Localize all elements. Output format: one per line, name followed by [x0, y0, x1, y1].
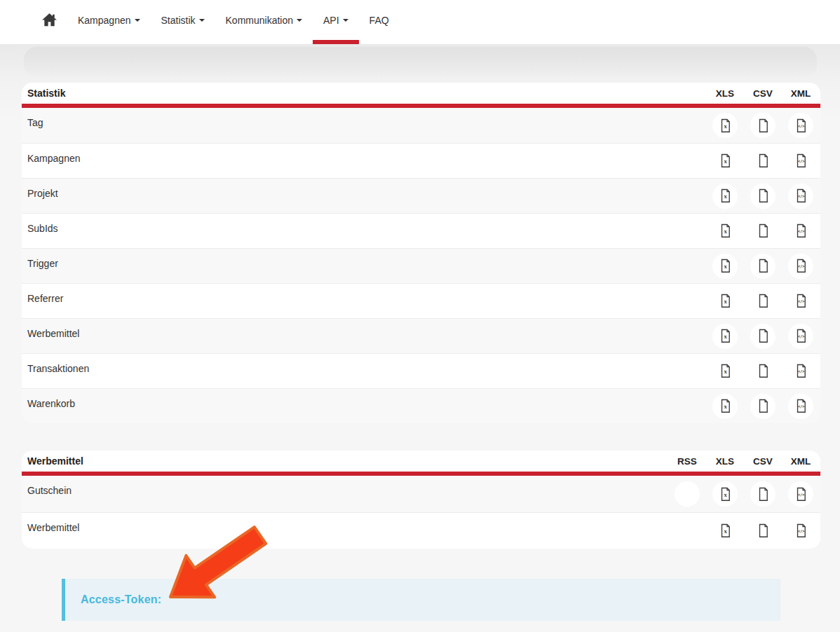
download-csv-button[interactable] [750, 324, 775, 349]
svg-text:</>: </> [797, 404, 805, 408]
download-xls-button[interactable]: x [712, 481, 738, 507]
download-xml-button[interactable]: </> [788, 359, 813, 384]
table-row: Kampagnenx</> [22, 143, 820, 178]
download-xml-button[interactable]: </> [788, 394, 813, 419]
nav-item-faq[interactable]: FAQ [359, 0, 400, 44]
nav-item-label: FAQ [370, 15, 389, 26]
table-row: Tagx</> [22, 108, 820, 143]
download-xml-button[interactable]: </> [788, 254, 813, 279]
download-xml-button[interactable]: </> [788, 289, 813, 314]
column-header-rss: RSS [668, 456, 706, 467]
table-header: Werbemittel RSSXLSCSVXML [22, 451, 820, 472]
svg-text:</>: </> [797, 124, 805, 128]
column-header-csv: CSV [744, 456, 782, 467]
download-csv-button[interactable] [750, 394, 775, 419]
download-xml-button[interactable]: </> [788, 518, 813, 544]
download-csv-button[interactable] [750, 219, 775, 244]
column-header-xls: XLS [706, 88, 744, 99]
download-xml-button[interactable]: </> [788, 149, 813, 174]
chevron-down-icon [199, 19, 205, 22]
nav-item-label: Kommunikation [226, 15, 294, 26]
svg-text:</>: </> [797, 264, 805, 268]
download-csv-button[interactable] [750, 149, 775, 174]
row-label: Trigger [22, 249, 706, 283]
nav-item-label: Statistik [161, 15, 196, 26]
download-xls-button[interactable]: x [712, 359, 738, 384]
download-xml-button[interactable]: </> [788, 219, 813, 244]
chevron-down-icon [297, 19, 302, 22]
svg-text:x: x [724, 403, 727, 410]
row-label: Werbemittel [22, 513, 668, 549]
nav-item-kampagnen[interactable]: Kampagnen [67, 0, 151, 44]
table-row: Warenkorbx</> [22, 388, 820, 423]
download-xls-button[interactable]: x [712, 184, 738, 209]
download-csv-button[interactable] [750, 359, 775, 384]
svg-text:x: x [724, 333, 727, 340]
column-headers: XLSCSVXML [706, 88, 820, 99]
row-label: Tag [22, 108, 706, 143]
download-csv-button[interactable] [750, 113, 775, 138]
download-xls-button[interactable]: x [712, 254, 738, 279]
export-table-statistik: Statistik XLSCSVXML Tagx</>Kampagnenx</>… [22, 83, 820, 423]
table-row: Werbemittelx</> [22, 318, 820, 353]
column-header-csv: CSV [744, 88, 782, 99]
download-csv-button[interactable] [750, 518, 775, 544]
download-xls-button[interactable]: x [712, 219, 738, 244]
nav-item-statistik[interactable]: Statistik [151, 0, 215, 44]
row-label: Transaktionen [22, 354, 706, 388]
column-headers: RSSXLSCSVXML [668, 456, 820, 467]
column-header-xml: XML [782, 88, 820, 99]
row-label: Warenkorb [22, 389, 706, 423]
row-label: Referrer [22, 284, 706, 318]
table-header: Statistik XLSCSVXML [22, 83, 820, 104]
chevron-down-icon [135, 19, 140, 22]
download-csv-button[interactable] [750, 289, 775, 314]
page-content: Statistik XLSCSVXML Tagx</>Kampagnenx</>… [0, 44, 840, 632]
download-xml-button[interactable]: </> [788, 113, 813, 138]
download-xml-button[interactable]: </> [788, 184, 813, 209]
svg-text:x: x [724, 123, 727, 130]
home-icon [42, 13, 57, 27]
svg-text:x: x [724, 193, 727, 200]
download-xls-button[interactable]: x [712, 149, 738, 174]
collapsed-filter-panel [24, 47, 817, 78]
nav-item-home[interactable] [32, 0, 67, 44]
column-header-xml: XML [782, 456, 820, 467]
table-row: Transaktionenx</> [22, 353, 820, 388]
download-xls-button[interactable]: x [712, 518, 738, 544]
row-label: Werbemittel [22, 319, 706, 353]
download-csv-button[interactable] [750, 184, 775, 209]
row-label: Kampagnen [22, 144, 706, 178]
nav-item-api[interactable]: API [313, 0, 359, 44]
access-token-label: Access-Token: [81, 593, 161, 606]
table-row: Triggerx</> [22, 248, 820, 283]
download-rss-button[interactable] [675, 481, 700, 507]
download-xml-button[interactable]: </> [788, 481, 813, 507]
svg-text:</>: </> [797, 299, 805, 303]
download-xls-button[interactable]: x [712, 113, 738, 138]
download-xls-button[interactable]: x [712, 324, 738, 349]
svg-text:</>: </> [797, 194, 805, 198]
download-csv-button[interactable] [750, 481, 775, 507]
svg-text:x: x [724, 158, 727, 165]
table-row: Referrerx</> [22, 283, 820, 318]
chevron-down-icon [343, 19, 348, 22]
svg-text:x: x [724, 263, 727, 270]
table-row: Projektx</> [22, 178, 820, 213]
svg-text:</>: </> [797, 493, 805, 497]
nav-item-kommunikation[interactable]: Kommunikation [215, 0, 313, 44]
row-label: Projekt [22, 179, 706, 213]
table-title: Statistik [22, 88, 706, 99]
table-title: Werbemittel [22, 455, 668, 467]
export-table-werbemittel: Werbemittel RSSXLSCSVXML Gutscheinx</>We… [22, 451, 820, 549]
table-row: SubIdsx</> [22, 213, 820, 248]
download-xml-button[interactable]: </> [788, 324, 813, 349]
download-csv-button[interactable] [750, 254, 775, 279]
svg-text:</>: </> [797, 229, 805, 233]
nav-item-label: Kampagnen [78, 15, 131, 26]
download-xls-button[interactable]: x [712, 394, 738, 419]
download-xls-button[interactable]: x [712, 289, 738, 314]
svg-text:</>: </> [797, 159, 805, 163]
svg-text:</>: </> [797, 369, 805, 373]
table-row: Werbemittelx</> [22, 512, 820, 549]
